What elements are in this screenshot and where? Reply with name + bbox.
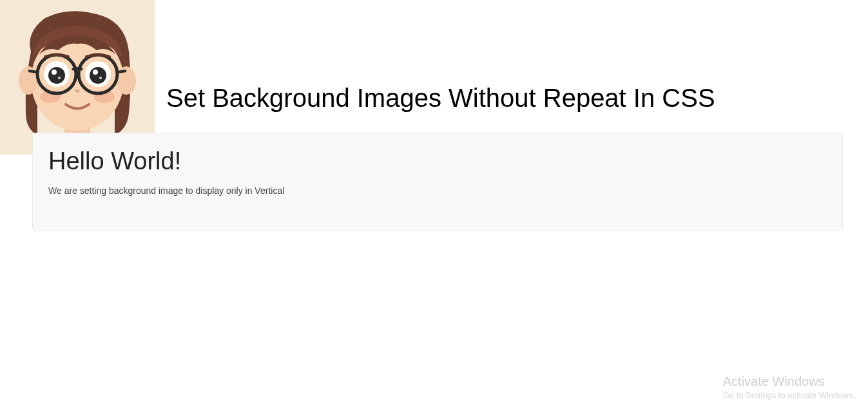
content-heading: Hello World! bbox=[48, 147, 827, 175]
svg-line-8 bbox=[28, 71, 37, 72]
svg-point-14 bbox=[52, 70, 57, 75]
windows-activation-watermark: Activate Windows Go to Settings to activ… bbox=[723, 374, 855, 400]
svg-point-12 bbox=[48, 67, 65, 84]
svg-point-16 bbox=[58, 77, 61, 79]
svg-point-15 bbox=[93, 70, 98, 75]
svg-point-17 bbox=[99, 77, 102, 79]
svg-point-13 bbox=[90, 67, 106, 84]
svg-line-9 bbox=[117, 71, 126, 72]
background-image bbox=[0, 0, 155, 155]
watermark-subtitle: Go to Settings to activate Windows. bbox=[723, 390, 855, 400]
watermark-title: Activate Windows bbox=[723, 374, 855, 389]
page-title: Set Background Images Without Repeat In … bbox=[166, 84, 715, 113]
content-card: Hello World! We are setting background i… bbox=[32, 133, 843, 231]
content-paragraph: We are setting background image to displ… bbox=[48, 185, 827, 196]
